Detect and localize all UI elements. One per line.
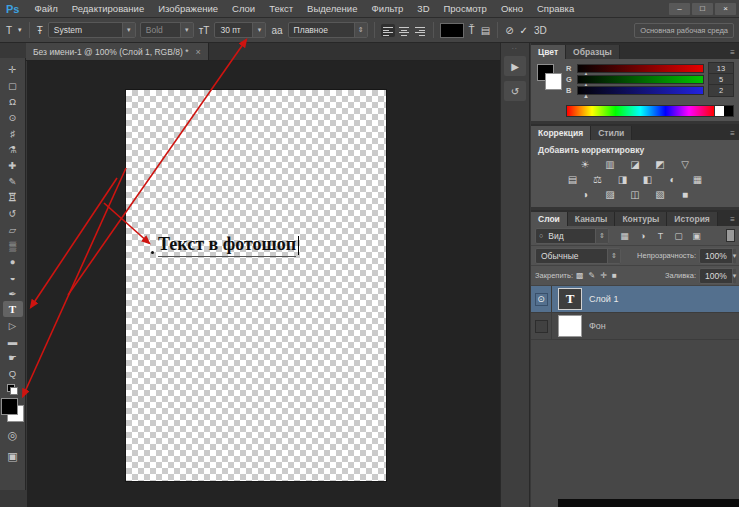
pen-tool[interactable]: ✒ xyxy=(3,285,23,301)
layer-thumbnail[interactable]: T xyxy=(558,288,582,310)
blend-mode-select[interactable]: Обычные ⇕ xyxy=(535,248,621,264)
foreground-background-swatch[interactable] xyxy=(1,398,24,422)
quick-mask-icon[interactable]: ◎ xyxy=(3,427,23,443)
menu-item[interactable]: Изображение xyxy=(151,3,225,14)
close-button[interactable]: × xyxy=(715,3,736,15)
document-tab[interactable]: Без имени-1 @ 100% (Слой 1, RGB/8) * × xyxy=(26,43,209,60)
menu-item[interactable]: Редактирование xyxy=(65,3,151,14)
channel-value[interactable]: 2 xyxy=(708,84,734,97)
adj-color-lookup-icon[interactable]: ▦ xyxy=(690,173,705,186)
background-color-swatch[interactable] xyxy=(545,73,562,90)
adj-selective-color-icon[interactable]: ▧ xyxy=(653,188,668,201)
menu-item[interactable]: Файл xyxy=(27,3,64,14)
layer-filter-toggle[interactable] xyxy=(726,229,735,242)
filter-adjustment-icon[interactable]: ◑ xyxy=(637,231,648,241)
type-tool[interactable]: T xyxy=(3,301,23,317)
layer-row-text[interactable]: ⊙ T Слой 1 xyxy=(531,286,739,313)
filter-type-icon[interactable]: T xyxy=(655,231,666,241)
menu-item[interactable]: Справка xyxy=(530,3,581,14)
adj-levels-icon[interactable]: ▥ xyxy=(603,158,618,171)
eraser-tool[interactable]: ▱ xyxy=(3,221,23,237)
spectrum-black-swatch[interactable] xyxy=(724,106,733,116)
menu-item[interactable]: Текст xyxy=(262,3,300,14)
menu-item[interactable]: Окно xyxy=(494,3,530,14)
eye-icon[interactable]: ⊙ xyxy=(535,293,548,306)
tab-color[interactable]: Цвет xyxy=(531,45,566,59)
text-color-swatch[interactable] xyxy=(440,23,464,38)
lock-all-icon[interactable]: ■ xyxy=(612,271,617,280)
align-center-icon[interactable] xyxy=(397,24,411,37)
shape-tool[interactable]: ▬ xyxy=(3,333,23,349)
history-panel-icon[interactable]: ↺ xyxy=(504,81,526,101)
spectrum-gradient[interactable] xyxy=(567,106,714,116)
opacity-select[interactable]: 100% ▾ xyxy=(699,248,735,264)
type-tool-preset-icon[interactable]: T xyxy=(5,25,13,36)
text-orientation-icon[interactable]: Ŧ xyxy=(36,25,44,36)
slider-track[interactable]: ▲ xyxy=(577,64,704,73)
menu-item[interactable]: 3D xyxy=(410,3,436,14)
filter-smart-object-icon[interactable]: ▣ xyxy=(691,231,702,241)
tool-preset-caret-icon[interactable]: ▾ xyxy=(17,26,23,34)
tab-swatches[interactable]: Образцы xyxy=(566,45,620,59)
adj-hue-saturation-icon[interactable]: ▤ xyxy=(565,173,580,186)
path-selection-tool[interactable]: ▷ xyxy=(3,317,23,333)
adj-vibrance-icon[interactable]: ▽ xyxy=(678,158,693,171)
fill-select[interactable]: 100% ▾ xyxy=(699,268,735,284)
actions-panel-icon[interactable]: ▶ xyxy=(504,56,526,76)
font-size-select[interactable]: 30 пт ▾ xyxy=(214,22,266,38)
filter-pixel-icon[interactable]: ▦ xyxy=(619,231,630,241)
adj-gradient-map-icon[interactable]: ■ xyxy=(678,188,693,201)
crop-tool[interactable]: ♯ xyxy=(3,125,23,141)
eye-icon[interactable] xyxy=(535,320,548,333)
dodge-tool[interactable]: ◒ xyxy=(3,269,23,285)
adj-threshold-icon[interactable]: ◫ xyxy=(628,188,643,201)
menu-item[interactable]: Слои xyxy=(225,3,262,14)
tab-channels[interactable]: Каналы xyxy=(568,212,616,226)
eyedropper-tool[interactable]: ⚗ xyxy=(3,141,23,157)
hand-tool[interactable]: ☛ xyxy=(3,349,23,365)
screen-mode-icon[interactable]: ▣ xyxy=(3,448,23,464)
dock-grip-dots[interactable]: ∙∙ xyxy=(512,45,518,51)
warp-text-icon[interactable]: Ť xyxy=(468,25,476,36)
workspace-switcher[interactable]: Основная рабочая среда xyxy=(634,23,734,38)
layer-filter-select[interactable]: ○ Вид ⇕ xyxy=(535,228,609,244)
default-colors-icon[interactable] xyxy=(7,384,18,395)
adj-posterize-icon[interactable]: ▨ xyxy=(603,188,618,201)
lock-transparency-icon[interactable]: ▩ xyxy=(576,271,584,280)
align-left-icon[interactable] xyxy=(381,24,395,37)
layer-row-background[interactable]: Фон xyxy=(531,313,739,340)
adj-channel-mixer-icon[interactable]: ◐ xyxy=(665,173,680,186)
marquee-tool[interactable]: ▢ xyxy=(3,77,23,93)
adj-black-white-icon[interactable]: ◨ xyxy=(615,173,630,186)
align-right-icon[interactable] xyxy=(413,24,427,37)
canvas-text[interactable]: Текст в фотошоп xyxy=(158,234,296,257)
color-spectrum-bar[interactable] xyxy=(566,105,734,117)
adj-exposure-icon[interactable]: ◩ xyxy=(653,158,668,171)
adj-color-balance-icon[interactable]: ⚖ xyxy=(590,173,605,186)
close-tab-icon[interactable]: × xyxy=(195,47,200,57)
visibility-well[interactable]: ⊙ xyxy=(531,286,552,312)
maximize-button[interactable]: □ xyxy=(692,3,713,15)
healing-brush-tool[interactable]: ✚ xyxy=(3,157,23,173)
tab-adjustments[interactable]: Коррекция xyxy=(531,126,591,140)
lasso-tool[interactable]: Ω xyxy=(3,93,23,109)
panel-menu-icon[interactable]: ≡ xyxy=(726,129,739,140)
tab-paths[interactable]: Контуры xyxy=(615,212,667,226)
slider-track[interactable]: ▲ xyxy=(577,86,704,95)
tab-styles[interactable]: Стили xyxy=(591,126,632,140)
3d-button[interactable]: 3D xyxy=(533,25,548,36)
document-canvas[interactable]: Текст в фотошоп xyxy=(126,90,386,481)
zoom-tool[interactable]: Q xyxy=(3,365,23,381)
slider-thumb-icon[interactable]: ▲ xyxy=(583,93,589,99)
brush-tool[interactable]: ✎ xyxy=(3,173,23,189)
menu-item[interactable]: Просмотр xyxy=(437,3,494,14)
spectrum-white-swatch[interactable] xyxy=(714,106,724,116)
adj-photo-filter-icon[interactable]: ◧ xyxy=(640,173,655,186)
anti-alias-select[interactable]: Плавное ⇕ xyxy=(288,22,368,38)
menu-item[interactable]: Выделение xyxy=(300,3,364,14)
foreground-color-swatch[interactable] xyxy=(1,398,18,415)
history-brush-tool[interactable]: ↺ xyxy=(3,205,23,221)
adj-invert-icon[interactable]: ◑ xyxy=(578,188,593,201)
lock-move-icon[interactable]: ✛ xyxy=(600,271,607,280)
minimize-button[interactable]: – xyxy=(669,3,690,15)
